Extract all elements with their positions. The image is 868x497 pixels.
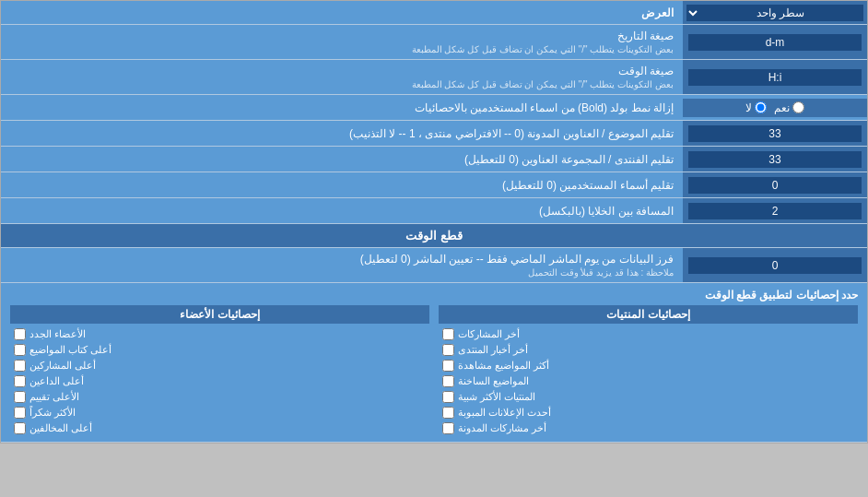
stats-checkbox[interactable] [442,360,454,372]
stats-checkbox[interactable] [442,391,454,403]
bold-remove-yes-label[interactable]: نعم [774,101,804,114]
stats-checkbox[interactable] [14,360,26,372]
stats-item-label: أخر مشاركات المدونة [458,422,546,434]
bold-remove-radio-group[interactable]: نعم لا [683,99,867,117]
forum-limit-row: تقليم الفنتدى / المجموعة العناوين (0 للت… [1,147,867,172]
date-format-label: صيغة التاريخ بعض التكوينات يتطلب "/" الت… [1,25,683,59]
cells-space-input[interactable] [688,203,862,219]
topics-limit-label: تقليم الموضوع / العناوين المدونة (0 -- ا… [1,121,683,146]
time-cut-row: فرز البيانات من يوم الماشر الماضي فقط --… [1,248,867,283]
stats-item-label: أخر المشاركات [458,328,520,340]
topics-limit-input-container[interactable] [683,121,867,146]
stats-posts-header: إحصائيات المنتيات [439,305,858,324]
stats-checkbox[interactable] [14,344,26,356]
list-item: أكثر المواضيع مشاهدة [439,358,858,373]
time-format-row: صيغة الوقت بعض التكوينات يتطلب "/" التي … [1,60,867,95]
date-format-row: صيغة التاريخ بعض التكوينات يتطلب "/" الت… [1,25,867,60]
time-cut-input-container[interactable] [683,248,867,282]
single-row-select[interactable]: سطر واحد [686,5,863,21]
list-item: أخر المشاركات [439,326,858,342]
stats-checkbox[interactable] [14,422,26,434]
list-item: أعلى الداعين [10,373,429,389]
stats-grid: إحصائيات الأعضاء الأعضاء الجددأعلى كتاب … [10,305,858,436]
header-label: العرض [1,1,683,24]
list-item: الأعضاء الجدد [10,326,429,342]
stats-item-label: أعلى كتاب المواضيع [29,344,111,356]
stats-members-col: إحصائيات الأعضاء الأعضاء الجددأعلى كتاب … [10,305,429,436]
time-format-input[interactable] [688,69,862,86]
stats-checkbox[interactable] [442,422,454,434]
stats-item-label: المواضيع الساخنة [458,375,529,387]
bold-remove-no-radio[interactable] [755,101,767,113]
users-limit-input[interactable] [688,177,862,194]
stats-item-label: الأكثر شكراً [29,407,76,419]
stats-checkbox[interactable] [442,375,454,387]
stats-checkbox[interactable] [14,375,26,387]
stats-item-label: أخر أخبار المنتدى [458,344,528,356]
stats-apply-label: حدد إحصائيات لتطبيق قطع الوقت [10,289,858,302]
top-header-row: العرض سطر واحد [1,1,867,25]
list-item: أعلى المشاركين [10,358,429,373]
stats-posts-col: إحصائيات المنتيات أخر المشاركاتأخر أخبار… [439,305,858,436]
stats-checkbox[interactable] [14,407,26,419]
stats-item-label: المنتيات الأكثر شبية [458,391,535,403]
time-cut-label: فرز البيانات من يوم الماشر الماضي فقط --… [1,248,683,282]
cells-space-label: المسافة بين الخلايا (بالبكسل) [1,198,683,223]
bold-remove-yes-radio[interactable] [792,101,804,113]
time-format-input-container[interactable] [683,60,867,94]
stats-members-header: إحصائيات الأعضاء [10,305,429,324]
cells-space-row: المسافة بين الخلايا (بالبكسل) [1,198,867,224]
date-format-input[interactable] [688,34,862,51]
forum-limit-label: تقليم الفنتدى / المجموعة العناوين (0 للت… [1,147,683,172]
stats-item-label: أحدث الإعلانات المبوبة [458,407,551,419]
stats-item-label: أعلى المخالفين [29,422,92,434]
list-item: المنتيات الأكثر شبية [439,389,858,405]
list-item: المواضيع الساخنة [439,373,858,389]
stats-item-label: أعلى الداعين [29,375,84,387]
stats-checkbox[interactable] [442,407,454,419]
time-format-label: صيغة الوقت بعض التكوينات يتطلب "/" التي … [1,60,683,94]
list-item: أخر أخبار المنتدى [439,342,858,358]
stats-item-label: الأعلى تقييم [29,391,79,403]
list-item: أحدث الإعلانات المبوبة [439,405,858,420]
topics-limit-row: تقليم الموضوع / العناوين المدونة (0 -- ا… [1,121,867,147]
main-container: العرض سطر واحد صيغة التاريخ بعض التكوينا… [0,0,868,444]
bold-remove-no-label[interactable]: لا [745,101,767,114]
list-item: أعلى المخالفين [10,420,429,436]
stats-item-label: أكثر المواضيع مشاهدة [458,360,549,372]
stats-checkbox[interactable] [14,391,26,403]
list-item: أخر مشاركات المدونة [439,420,858,436]
stats-checkbox[interactable] [442,344,454,356]
bold-remove-label: إزالة نمط بولد (Bold) من اسماء المستخدمي… [1,97,683,119]
stats-checkbox[interactable] [14,328,26,340]
list-item: الأكثر شكراً [10,405,429,420]
time-cut-header: قطع الوقت [1,224,867,248]
stats-item-label: أعلى المشاركين [29,360,96,372]
time-cut-input[interactable] [688,257,862,274]
date-format-input-container[interactable] [683,25,867,59]
forum-limit-input[interactable] [688,151,862,168]
users-limit-label: تقليم أسماء المستخدمين (0 للتعطيل) [1,172,683,197]
stats-section: حدد إحصائيات لتطبيق قطع الوقت إحصائيات ا… [1,283,867,443]
users-limit-row: تقليم أسماء المستخدمين (0 للتعطيل) [1,172,867,198]
users-limit-input-container[interactable] [683,172,867,197]
stats-item-label: الأعضاء الجدد [29,328,86,340]
forum-limit-input-container[interactable] [683,147,867,172]
list-item: أعلى كتاب المواضيع [10,342,429,358]
stats-checkbox[interactable] [442,328,454,340]
single-row-select-container[interactable]: سطر واحد [683,1,867,24]
cells-space-input-container[interactable] [683,198,867,223]
topics-limit-input[interactable] [688,125,862,142]
bold-remove-row: إزالة نمط بولد (Bold) من اسماء المستخدمي… [1,95,867,121]
list-item: الأعلى تقييم [10,389,429,405]
